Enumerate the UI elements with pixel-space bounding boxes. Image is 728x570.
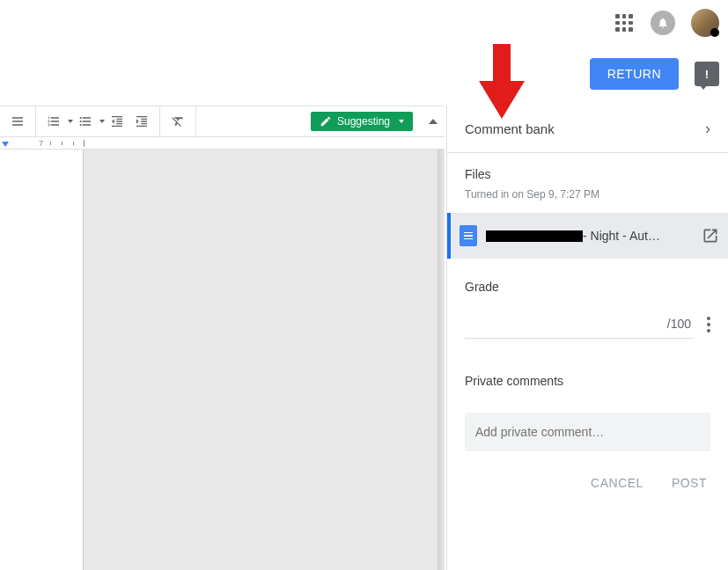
- document-canvas[interactable]: [0, 150, 445, 570]
- files-title: Files: [465, 167, 710, 181]
- chevron-down-icon: [399, 120, 404, 123]
- private-comment-input[interactable]: [465, 413, 710, 451]
- cancel-button[interactable]: CANCEL: [587, 471, 647, 495]
- avatar[interactable]: [691, 9, 719, 37]
- feedback-icon[interactable]: !: [695, 62, 719, 86]
- ruler-indent-marker[interactable]: [2, 142, 9, 147]
- grade-input[interactable]: [468, 317, 667, 331]
- notifications-icon[interactable]: [651, 11, 675, 35]
- doc-file-icon: [460, 225, 477, 246]
- file-name-suffix: - Night - Aut…: [583, 229, 660, 243]
- formatting-toolbar: Suggesting: [0, 106, 445, 137]
- grade-title: Grade: [465, 280, 710, 294]
- chevron-right-icon: ›: [705, 120, 710, 138]
- private-comments-title: Private comments: [465, 374, 710, 388]
- file-item[interactable]: - Night - Aut…: [447, 213, 728, 259]
- document-page: [0, 150, 84, 570]
- comment-bank-title: Comment bank: [465, 121, 555, 136]
- post-button[interactable]: POST: [668, 471, 710, 495]
- return-button[interactable]: RETURN: [590, 58, 679, 90]
- comment-bank-row[interactable]: Comment bank ›: [465, 120, 710, 138]
- increase-indent-icon[interactable]: [129, 109, 154, 134]
- suggesting-label: Suggesting: [337, 115, 390, 128]
- numbered-list-icon[interactable]: [41, 109, 66, 134]
- grade-max-label: /100: [667, 317, 691, 331]
- apps-grid-icon[interactable]: [614, 12, 635, 33]
- turned-in-timestamp: Turned in on Sep 9, 7:27 PM: [465, 188, 710, 201]
- ruler: 7: [0, 137, 445, 150]
- redacted-student-name: [486, 230, 583, 242]
- clear-formatting-icon[interactable]: [165, 109, 190, 134]
- collapse-toolbar-icon[interactable]: [422, 109, 445, 134]
- editing-mode-dropdown[interactable]: Suggesting: [311, 112, 413, 131]
- decrease-indent-icon[interactable]: [105, 109, 129, 134]
- grading-sidebar: Comment bank › Files Turned in on Sep 9,…: [446, 106, 728, 570]
- ruler-tick-label: 7: [39, 139, 43, 148]
- bullet-list-icon[interactable]: [73, 109, 98, 134]
- open-in-new-icon[interactable]: [702, 227, 719, 245]
- grade-more-menu-icon[interactable]: [707, 317, 710, 332]
- align-icon[interactable]: [5, 109, 30, 134]
